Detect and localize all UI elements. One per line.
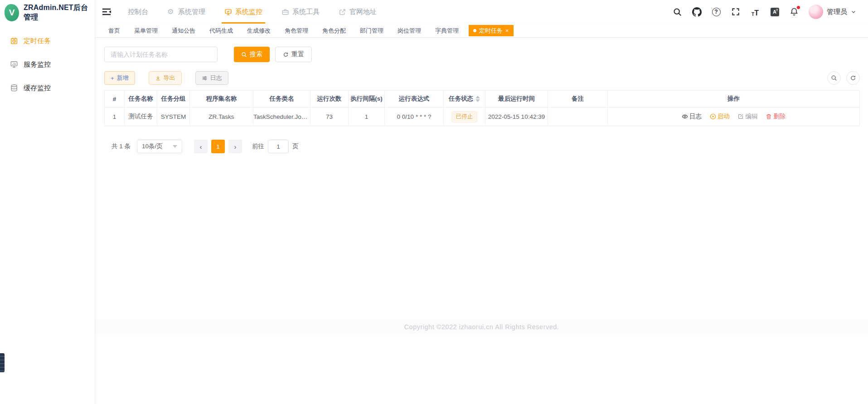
row-log-label: 日志 [689, 112, 702, 121]
search-icon[interactable] [672, 7, 682, 17]
reset-button[interactable]: 重置 [275, 47, 312, 62]
cell-run-count: 73 [310, 107, 349, 126]
tab-code-generation[interactable]: 代码生成 [205, 24, 237, 38]
cell-cron: 0 0/10 * * * ? [385, 107, 444, 126]
tab-bar: 首页 菜单管理 通知公告 代码生成 生成修改 角色管理 角色分配 部门管理 岗位… [95, 24, 868, 38]
row-start-link[interactable]: 启动 [710, 112, 730, 121]
tab-menu-management[interactable]: 菜单管理 [130, 24, 162, 38]
goto-label: 前往 [252, 142, 264, 151]
cell-interval: 1 [349, 107, 385, 126]
next-page-button[interactable]: › [228, 140, 242, 153]
row-edit-label: 编辑 [745, 112, 757, 121]
copyright-text: Copyright ©2022 izhaorui.cn All Rights R… [404, 323, 559, 331]
tab-generation-edit[interactable]: 生成修改 [243, 24, 275, 38]
translate-icon[interactable]: A文 [770, 7, 780, 17]
nav-item-system-tools[interactable]: 系统工具 [275, 0, 326, 24]
main-area: 控制台 ⚙ 系统管理 系统监控 [95, 0, 868, 404]
prev-page-button[interactable]: ‹ [194, 140, 208, 153]
user-menu[interactable]: 管理员 [809, 5, 856, 19]
sidebar-item-label: 服务监控 [24, 60, 51, 69]
tab-dictionary-management[interactable]: 字典管理 [431, 24, 463, 38]
tab-post-management[interactable]: 岗位管理 [393, 24, 425, 38]
github-icon[interactable] [692, 7, 702, 17]
sidebar-menu: 定时任务 服务监控 缓存监控 [0, 25, 95, 100]
logo-row[interactable]: V ZRAdmin.NET后台管理 [0, 0, 95, 25]
tab-department-management[interactable]: 部门管理 [356, 24, 388, 38]
sidebar-item-label: 定时任务 [24, 37, 51, 45]
page-1-button[interactable]: 1 [211, 140, 225, 153]
toggle-search-icon[interactable] [827, 71, 841, 85]
row-edit-link[interactable]: 编辑 [737, 112, 757, 121]
col-index: # [105, 91, 125, 107]
tasks-table: # 任务名称 任务分组 程序集名称 任务类名 运行次数 执行间隔(s) 运行表达… [104, 90, 860, 126]
cell-index: 1 [105, 107, 125, 126]
navbar-actions: ? TT A文 [672, 5, 856, 19]
play-circle-icon [710, 113, 716, 120]
bell-icon[interactable] [789, 7, 799, 17]
tab-role-assignment[interactable]: 角色分配 [318, 24, 350, 38]
tab-scheduled-tasks-active[interactable]: 定时任务 × [469, 25, 514, 36]
cell-assembly: ZR.Tasks [190, 107, 253, 126]
nav-item-official-site[interactable]: 官网地址 [332, 0, 383, 24]
tab-notices[interactable]: 通知公告 [168, 24, 199, 38]
add-button[interactable]: + 新增 [104, 71, 135, 85]
nav-item-label: 系统监控 [235, 8, 262, 16]
nav-item-label: 控制台 [128, 8, 148, 16]
col-task-name: 任务名称 [125, 91, 157, 107]
row-log-link[interactable]: 日志 [682, 112, 702, 121]
nav-item-console[interactable]: 控制台 [121, 0, 155, 24]
fullscreen-icon[interactable] [731, 7, 741, 17]
theme-drawer-handle[interactable] [0, 353, 5, 372]
col-last-run: 最后运行时间 [485, 91, 548, 107]
export-button[interactable]: 导出 [149, 71, 182, 85]
col-run-count: 运行次数 [310, 91, 349, 107]
col-task-group: 任务分组 [157, 91, 190, 107]
row-delete-link[interactable]: 删除 [766, 112, 786, 121]
nav-item-system-monitor[interactable]: 系统监控 [218, 0, 269, 24]
cell-task-group: SYSTEM [157, 107, 190, 126]
pagination: 共 1 条 10条/页 ‹ 1 › 前往 页 [104, 140, 860, 153]
col-remark: 备注 [548, 91, 608, 107]
font-size-icon[interactable]: TT [750, 7, 760, 17]
filter-lines-icon [202, 75, 208, 81]
top-navbar: 控制台 ⚙ 系统管理 系统监控 [95, 0, 868, 24]
log-button[interactable]: 日志 [195, 71, 228, 85]
cell-actions: 日志 启动 [608, 107, 860, 126]
nav-item-system-management[interactable]: ⚙ 系统管理 [161, 0, 212, 24]
search-button[interactable]: 搜索 [234, 47, 270, 62]
table-header-row: # 任务名称 任务分组 程序集名称 任务类名 运行次数 执行间隔(s) 运行表达… [105, 91, 860, 107]
empty-space [95, 334, 868, 404]
export-button-label: 导出 [164, 74, 175, 82]
tab-role-management[interactable]: 角色管理 [281, 24, 312, 38]
table-row: 1 测试任务 SYSTEM ZR.Tasks TaskScheduler.Job… [105, 107, 860, 126]
sidebar-item-service-monitor[interactable]: 服务监控 [0, 53, 95, 76]
gear-icon: ⚙ [167, 8, 175, 16]
nav-item-label: 系统管理 [178, 8, 205, 16]
chevron-down-icon [851, 9, 856, 15]
toolbar-right [827, 71, 860, 85]
eye-icon [682, 113, 688, 120]
cache-database-icon [10, 84, 18, 92]
task-name-input[interactable] [104, 47, 218, 62]
sidebar-item-scheduled-tasks[interactable]: 定时任务 [0, 29, 95, 53]
tab-home[interactable]: 首页 [104, 24, 124, 38]
server-monitor-icon [10, 60, 18, 68]
goto-page: 前往 页 [252, 140, 299, 153]
sidebar-collapse-icon[interactable] [102, 7, 112, 17]
add-button-label: 新增 [117, 74, 129, 82]
page-size-select[interactable]: 10条/页 [137, 140, 182, 153]
search-button-label: 搜索 [250, 50, 262, 58]
help-icon[interactable]: ? [711, 7, 721, 17]
refresh-icon[interactable] [846, 71, 860, 85]
cell-class-name: TaskScheduler.Job_... [253, 107, 310, 126]
external-link-icon [339, 8, 346, 16]
close-icon[interactable]: × [505, 25, 509, 36]
status-badge: 已停止 [451, 111, 478, 122]
sort-icon[interactable] [475, 96, 480, 102]
edit-icon [737, 113, 744, 120]
sidebar: V ZRAdmin.NET后台管理 定时任务 服务监控 [0, 0, 95, 404]
avatar[interactable] [809, 5, 823, 19]
sidebar-item-cache-monitor[interactable]: 缓存监控 [0, 76, 95, 100]
timer-icon [10, 37, 18, 45]
goto-page-input[interactable] [268, 140, 289, 153]
